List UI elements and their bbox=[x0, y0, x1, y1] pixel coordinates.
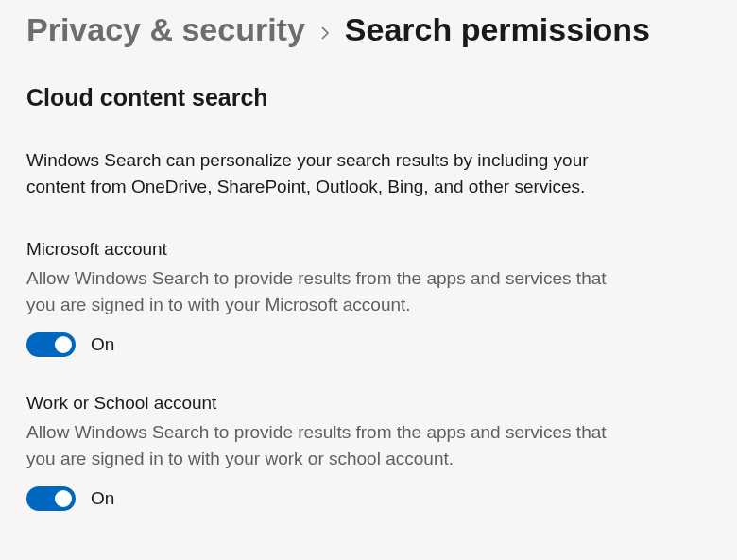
setting-work-school-account: Work or School account Allow Windows Sea… bbox=[26, 393, 711, 511]
toggle-knob-icon bbox=[55, 490, 72, 507]
manage-accounts-link[interactable]: Manage accounts used by other apps on th… bbox=[26, 556, 440, 560]
setting-description: Allow Windows Search to provide results … bbox=[26, 419, 631, 471]
breadcrumb: Privacy & security Search permissions bbox=[26, 11, 711, 48]
breadcrumb-current: Search permissions bbox=[345, 11, 650, 48]
setting-microsoft-account: Microsoft account Allow Windows Search t… bbox=[26, 239, 711, 357]
toggle-switch-microsoft-account[interactable] bbox=[26, 332, 76, 357]
toggle-state-label: On bbox=[91, 488, 114, 509]
setting-title: Work or School account bbox=[26, 393, 711, 414]
setting-title: Microsoft account bbox=[26, 239, 711, 260]
setting-description: Allow Windows Search to provide results … bbox=[26, 265, 631, 317]
toggle-row: On bbox=[26, 486, 711, 511]
toggle-knob-icon bbox=[55, 336, 72, 353]
section-description: Windows Search can personalize your sear… bbox=[26, 147, 631, 199]
toggle-state-label: On bbox=[91, 334, 114, 355]
breadcrumb-parent[interactable]: Privacy & security bbox=[26, 11, 305, 48]
chevron-right-icon bbox=[318, 21, 332, 45]
toggle-switch-work-school-account[interactable] bbox=[26, 486, 76, 511]
toggle-row: On bbox=[26, 332, 711, 357]
section-heading: Cloud content search bbox=[26, 84, 711, 111]
